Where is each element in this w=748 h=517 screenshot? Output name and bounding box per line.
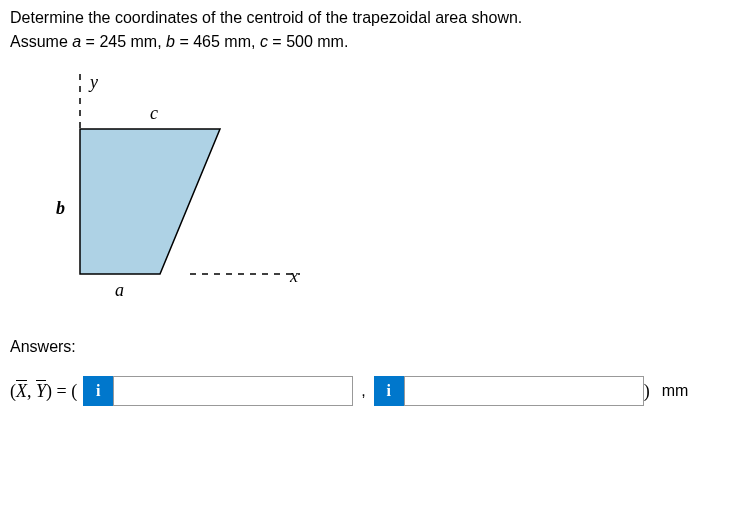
c-value: = 500 mm. [268, 33, 348, 50]
figure-svg: y x c b a [40, 74, 320, 304]
unit-label: mm [662, 382, 689, 400]
a-value: = 245 mm, [81, 33, 166, 50]
separator-comma: , [361, 382, 365, 400]
x-coordinate-input[interactable] [113, 376, 353, 406]
x-bar: X [16, 381, 27, 401]
var-b: b [166, 33, 175, 50]
var-c: c [260, 33, 268, 50]
trapezoid-figure: y x c b a [40, 74, 738, 308]
centroid-formula: (X, Y) = ( [10, 381, 77, 402]
info-icon: i [83, 376, 113, 406]
answers-label: Answers: [10, 338, 738, 356]
a-label: a [115, 280, 124, 300]
input-group-1: i [83, 376, 353, 406]
var-a: a [72, 33, 81, 50]
c-label: c [150, 103, 158, 123]
x-axis-label: x [289, 266, 298, 286]
info-icon: i [374, 376, 404, 406]
y-axis-label: y [88, 74, 98, 92]
svg-marker-2 [80, 129, 220, 274]
b-label: b [56, 198, 65, 218]
equals-open: = ( [52, 381, 77, 401]
question-line1: Determine the coordinates of the centroi… [10, 9, 522, 26]
y-coordinate-input[interactable] [404, 376, 644, 406]
question-text: Determine the coordinates of the centroi… [10, 6, 738, 54]
y-bar: Y [36, 381, 46, 401]
b-value: = 465 mm, [175, 33, 260, 50]
close-paren: ) [644, 381, 650, 402]
input-group-2: i [374, 376, 644, 406]
assume-prefix: Assume [10, 33, 72, 50]
answer-row: (X, Y) = ( i , i ) mm [10, 376, 738, 406]
